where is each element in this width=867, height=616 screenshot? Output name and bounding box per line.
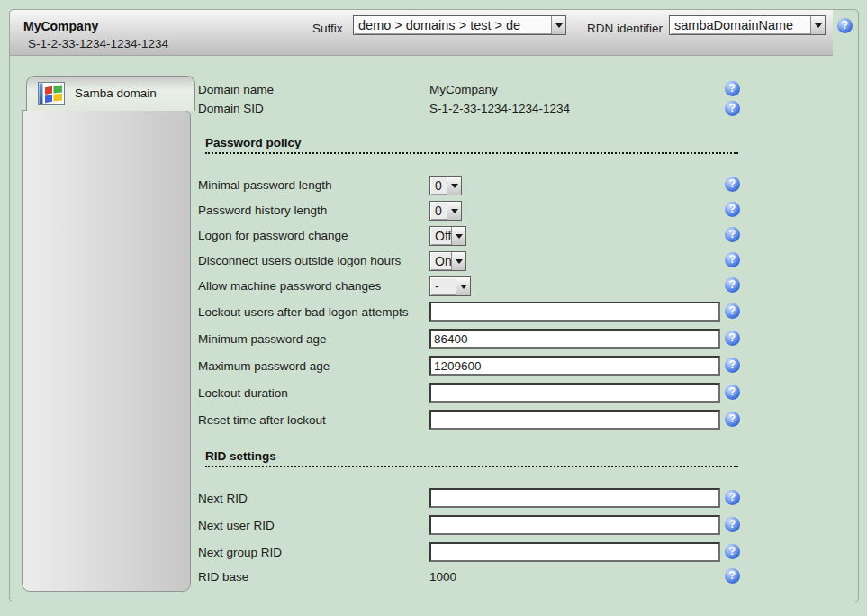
maximum-password-age-input[interactable]: [429, 356, 720, 376]
help-icon[interactable]: ?: [725, 490, 740, 505]
allow-machine-password-changes-value: -: [430, 277, 456, 295]
minimum-password-age-label: Minimum password age: [198, 332, 327, 346]
domain-sid-label: Domain SID: [198, 102, 264, 115]
suffix-select-arrow-button[interactable]: [551, 16, 565, 34]
next-rid-input[interactable]: [429, 488, 720, 508]
suffix-label: Suffix: [312, 22, 343, 35]
help-icon[interactable]: ?: [725, 101, 740, 116]
reset-time-after-lockout-input[interactable]: [429, 410, 720, 430]
help-icon[interactable]: ?: [725, 81, 740, 96]
rdn-identifier-select[interactable]: sambaDomainName: [669, 15, 826, 35]
chevron-down-icon: [456, 259, 463, 264]
domain-sid-subtitle: S-1-2-33-1234-1234-1234: [28, 37, 168, 50]
next-user-rid-label: Next user RID: [198, 519, 275, 532]
next-user-rid-input[interactable]: [429, 515, 720, 535]
minimal-password-length-label: Minimal password length: [198, 178, 332, 192]
minimal-password-length-select[interactable]: 0: [429, 176, 462, 195]
sidebar-panel: [22, 110, 191, 592]
next-group-rid-label: Next group RID: [198, 546, 282, 559]
help-icon[interactable]: ?: [725, 412, 740, 427]
rid-base-value: 1000: [429, 570, 456, 584]
select-arrow-button[interactable]: [447, 177, 461, 195]
chevron-down-icon: [456, 234, 463, 239]
help-icon[interactable]: ?: [725, 227, 740, 242]
rdn-identifier-label: RDN identifier: [587, 22, 663, 35]
maximum-password-age-label: Maximum password age: [198, 359, 330, 373]
rid-settings-heading: RID settings: [205, 449, 738, 467]
next-rid-label: Next RID: [198, 492, 248, 505]
password-history-length-value: 0: [430, 202, 447, 220]
chevron-down-icon: [555, 23, 563, 28]
help-icon[interactable]: ?: [725, 358, 740, 373]
select-arrow-button[interactable]: [456, 277, 470, 295]
lockout-attempts-input[interactable]: [429, 302, 720, 322]
disconnect-users-value: On: [430, 252, 451, 270]
lockout-duration-input[interactable]: [429, 383, 720, 403]
select-arrow-button[interactable]: [447, 202, 461, 220]
windows-logo-icon: [38, 82, 65, 105]
chevron-down-icon: [451, 209, 458, 213]
domain-sid-value: S-1-2-33-1234-1234-1234: [429, 102, 570, 115]
suffix-select[interactable]: demo > domains > test > de: [353, 15, 566, 35]
rdn-select-arrow-button[interactable]: [810, 16, 825, 34]
help-icon[interactable]: ?: [725, 303, 740, 319]
chevron-down-icon: [815, 23, 822, 28]
page-title: MyCompany: [23, 19, 98, 33]
suffix-select-value: demo > domains > test > de: [354, 16, 551, 34]
next-group-rid-input[interactable]: [429, 542, 720, 562]
help-icon[interactable]: ?: [837, 18, 853, 33]
logon-for-password-change-value: Off: [430, 227, 451, 245]
help-icon[interactable]: ?: [725, 544, 740, 559]
title-bar: MyCompany S-1-2-33-1234-1234-1234 Suffix…: [10, 10, 833, 56]
allow-machine-password-changes-select[interactable]: -: [429, 276, 471, 296]
logon-for-password-change-select[interactable]: Off: [429, 226, 466, 246]
domain-name-label: Domain name: [198, 83, 274, 96]
minimum-password-age-input[interactable]: [429, 329, 720, 349]
chevron-down-icon: [451, 184, 458, 188]
allow-machine-password-changes-label: Allow machine password changes: [198, 279, 381, 293]
help-icon[interactable]: ?: [725, 568, 740, 584]
help-icon[interactable]: ?: [725, 331, 740, 346]
password-history-length-label: Password history length: [198, 204, 327, 217]
help-icon[interactable]: ?: [725, 177, 740, 192]
minimal-password-length-value: 0: [430, 177, 447, 195]
lockout-duration-label: Lockout duration: [198, 386, 288, 400]
password-policy-heading: Password policy: [205, 136, 738, 154]
help-icon[interactable]: ?: [725, 202, 740, 217]
logon-for-password-change-label: Logon for password change: [198, 229, 348, 242]
domain-name-value: MyCompany: [429, 83, 498, 96]
select-arrow-button[interactable]: [451, 252, 465, 270]
reset-time-after-lockout-label: Reset time after lockout: [198, 413, 326, 427]
chevron-down-icon: [460, 285, 467, 289]
help-icon[interactable]: ?: [725, 517, 740, 532]
samba-domain-page: MyCompany S-1-2-33-1234-1234-1234 Suffix…: [0, 0, 867, 616]
tab-samba-domain-label: Samba domain: [75, 86, 157, 100]
help-icon[interactable]: ?: [725, 385, 740, 400]
lockout-attempts-label: Lockout users after bad logon attempts: [198, 305, 408, 319]
help-icon[interactable]: ?: [725, 252, 740, 267]
help-icon[interactable]: ?: [725, 277, 740, 293]
password-history-length-select[interactable]: 0: [429, 201, 462, 221]
disconnect-users-select[interactable]: On: [429, 251, 466, 271]
rdn-select-value: sambaDomainName: [670, 16, 810, 34]
rid-base-label: RID base: [198, 570, 248, 584]
tab-samba-domain[interactable]: Samba domain: [26, 76, 195, 111]
select-arrow-button[interactable]: [451, 227, 465, 245]
disconnect-users-label: Disconnect users outside logon hours: [198, 254, 401, 267]
